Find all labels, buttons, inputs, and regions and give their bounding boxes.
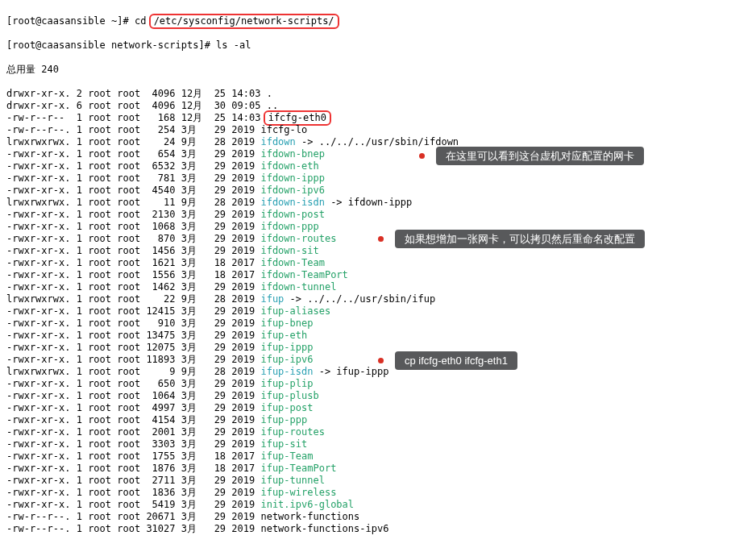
file-name: ifup-routes (260, 426, 324, 438)
list-item: -rwxr-xr-x. 1 root root 2711 3月 29 2019 … (6, 475, 750, 487)
shell-prompt: [root@caasansible ~]# cd (6, 15, 152, 27)
list-item: -rwxr-xr-x. 1 root root 650 3月 29 2019 i… (6, 378, 750, 390)
list-item: drwxr-xr-x. 2 root root 4096 12月 25 14:0… (6, 88, 750, 100)
list-item: -rwxr-xr-x. 1 root root 12415 3月 29 2019… (6, 305, 750, 318)
list-item: -rwxr-xr-x. 1 root root 13475 3月 29 2019… (6, 330, 750, 342)
file-name: ifdown-ipv6 (260, 185, 324, 196)
file-name: ifdown-tunnel (260, 281, 336, 293)
list-item: drwxr-xr-x. 6 root root 4096 12月 30 09:0… (6, 100, 750, 112)
list-item: -rwxr-xr-x. 1 root root 3303 3月 29 2019 … (6, 438, 750, 450)
total-line: 总用量 240 (6, 64, 750, 76)
list-item: -rwxr-xr-x. 1 root root 1462 3月 29 2019 … (6, 281, 750, 293)
list-item: -rwxr-xr-x. 1 root root 910 3月 29 2019 i… (6, 318, 750, 330)
file-name: ifdown-ppp (260, 221, 318, 232)
file-name: ifup-plusb (260, 390, 318, 401)
file-name: ifdown-Team (260, 257, 324, 268)
file-name: ifup (260, 293, 284, 305)
list-item: -rwxr-xr-x. 1 root root 4540 3月 29 2019 … (6, 185, 750, 197)
file-name: ifup-ipv6 (260, 354, 313, 365)
file-name: . (267, 88, 272, 99)
file-name: ifup-ippp (260, 342, 313, 353)
annotation-copy-nic: 如果想增加一张网卡，可以拷贝然后重命名改配置 (378, 230, 645, 248)
list-item: lrwxrwxrwx. 1 root root 22 9月 28 2019 if… (6, 293, 750, 305)
dot-icon (419, 153, 425, 159)
file-name: ifdown-ippp (260, 172, 324, 184)
list-item: -rwxr-xr-x. 1 root root 2130 3月 29 2019 … (6, 209, 750, 221)
file-name: ifdown-isdn (260, 197, 324, 208)
file-name: ifup-post (260, 402, 313, 413)
annotation-bubble: 如果想增加一张网卡，可以拷贝然后重命名改配置 (395, 230, 645, 248)
file-name: ifup-bnep (260, 318, 313, 329)
file-name: ifup-aliases (260, 305, 330, 317)
file-name: ifdown-eth (260, 160, 318, 172)
file-name: ifup-isdn (260, 366, 313, 377)
list-item: -rwxr-xr-x. 1 root root 1836 3月 29 2019 … (6, 487, 750, 499)
file-name: ifup-Team (260, 450, 313, 462)
list-item: -rw-r--r--. 1 root root 31027 3月 29 2019… (6, 523, 750, 535)
list-item: -rwxr-xr-x. 1 root root 5419 3月 29 2019 … (6, 499, 750, 511)
file-name: ifdown (260, 136, 295, 147)
list-item: -rwxr-xr-x. 1 root root 781 3月 29 2019 i… (6, 172, 750, 185)
file-name: ifdown-TeamPort (260, 269, 347, 280)
list-item: -rwxr-xr-x. 1 root root 1755 3月 18 2017 … (6, 450, 750, 463)
terminal-output: [root@caasansible ~]# cd /etc/sysconfig/… (0, 0, 756, 550)
file-name: ifup-plip (260, 378, 313, 389)
file-name: network-functions-ipv6 (260, 523, 388, 534)
annotation-bubble: 在这里可以看到这台虚机对应配置的网卡 (436, 147, 644, 165)
annotation-nic-visible: 在这里可以看到这台虚机对应配置的网卡 (419, 147, 644, 165)
dot-icon (378, 236, 384, 242)
list-item: lrwxrwxrwx. 1 root root 11 9月 28 2019 if… (6, 197, 750, 209)
file-name: init.ipv6-global (260, 499, 354, 510)
list-item: -rwxr-xr-x. 1 root root 1621 3月 18 2017 … (6, 257, 750, 269)
prompt-line-ls: [root@caasansible network-scripts]# ls -… (6, 39, 750, 52)
file-name: ifdown-routes (260, 233, 336, 244)
file-name: ifdown-sit (260, 245, 318, 256)
file-name: ifup-wireless (260, 487, 336, 498)
list-item-highlighted: -rw-r--r-- 1 root root 168 12月 25 14:03 … (6, 112, 750, 124)
list-item: -rwxr-xr-x. 1 root root 4997 3月 29 2019 … (6, 402, 750, 414)
file-name: ifup-tunnel (260, 475, 324, 486)
list-item: -rwxr-xr-x. 1 root root 4154 3月 29 2019 … (6, 414, 750, 426)
file-name: ifup-eth (260, 330, 307, 341)
prompt-line-cd: [root@caasansible ~]# cd /etc/sysconfig/… (6, 15, 750, 27)
file-name: network-functions (260, 511, 359, 522)
list-item: -rwxr-xr-x. 1 root root 2001 3月 29 2019 … (6, 426, 750, 438)
file-name: ifup-sit (260, 438, 307, 450)
list-item: -rwxr-xr-x. 1 root root 1876 3月 18 2017 … (6, 463, 750, 475)
highlight-path: /etc/sysconfig/network-scripts/ (149, 14, 339, 29)
list-item: -rwxr-xr-x. 1 root root 1064 3月 29 2019 … (6, 390, 750, 402)
file-name: ifcfg-lo (260, 124, 307, 135)
annotation-bubble: cp ifcfg-eth0 ifcfg-eth1 (395, 351, 517, 370)
annotation-cp-command: cp ifcfg-eth0 ifcfg-eth1 (378, 351, 517, 370)
list-item: -rw-r--r--. 1 root root 254 3月 29 2019 i… (6, 124, 750, 136)
file-name: ifdown-bnep (260, 148, 324, 160)
list-item: -rw-r--r--. 1 root root 20671 3月 29 2019… (6, 511, 750, 523)
dot-icon (378, 358, 384, 363)
file-name: ifup-ppp (260, 414, 307, 425)
file-name: ifdown-post (260, 209, 324, 220)
file-name: ifup-TeamPort (260, 463, 336, 474)
list-item: -rwxr-xr-x. 1 root root 1556 3月 18 2017 … (6, 269, 750, 281)
